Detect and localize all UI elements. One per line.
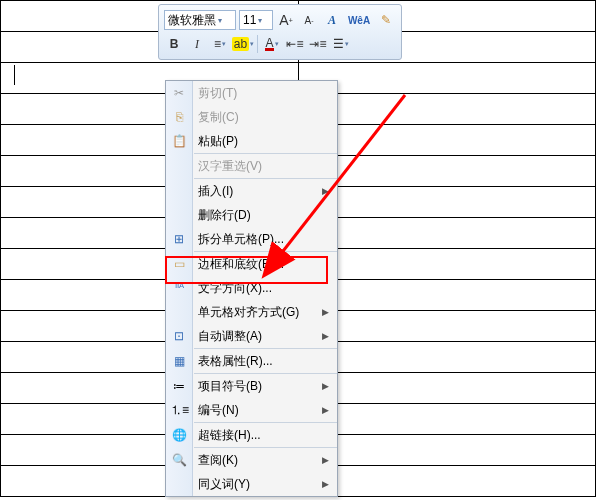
menu-hyperlink[interactable]: 🌐 超链接(H)... <box>166 423 337 447</box>
submenu-arrow-icon: ▶ <box>322 186 329 196</box>
lookup-icon: 🔍 <box>170 453 188 467</box>
menu-label: 拆分单元格(P)... <box>198 231 284 248</box>
menu-label: 单元格对齐方式(G) <box>198 304 299 321</box>
autofit-icon: ⊡ <box>170 329 188 343</box>
menu-insert[interactable]: 插入(I) ▶ <box>166 179 337 203</box>
menu-delete-row[interactable]: 删除行(D) <box>166 203 337 227</box>
menu-label: 自动调整(A) <box>198 328 262 345</box>
context-menu: ✂ 剪切(T) ⎘ 复制(C) 📋 粘贴(P) 汉字重选(V) 插入(I) ▶ … <box>165 80 338 497</box>
menu-label: 超链接(H)... <box>198 427 261 444</box>
menu-label: 同义词(Y) <box>198 476 250 493</box>
menu-autofit[interactable]: ⊡ 自动调整(A) ▶ <box>166 324 337 348</box>
cut-icon: ✂ <box>170 86 188 100</box>
shrink-font-button[interactable]: A- <box>299 10 319 30</box>
text-direction-icon: ᴵᴵᴬ <box>170 281 188 295</box>
list-button[interactable]: ☰ <box>331 34 351 54</box>
font-color-button[interactable]: A <box>262 34 282 54</box>
menu-label: 编号(N) <box>198 402 239 419</box>
menu-paste[interactable]: 📋 粘贴(P) <box>166 129 337 153</box>
menu-label: 文字方向(X)... <box>198 280 272 297</box>
paste-icon: 📋 <box>170 134 188 148</box>
menu-text-direction[interactable]: ᴵᴵᴬ 文字方向(X)... <box>166 276 337 300</box>
table-prop-icon: ▦ <box>170 354 188 368</box>
menu-label: 剪切(T) <box>198 85 237 102</box>
grow-font-button[interactable]: A+ <box>276 10 296 30</box>
mini-toolbar: 微软雅黑 ▾ 11 ▾ A+ A- A WêA ✎ B I ≡ ab A ⇤≡ … <box>158 4 402 60</box>
menu-label: 汉字重选(V) <box>198 158 262 175</box>
submenu-arrow-icon: ▶ <box>322 455 329 465</box>
submenu-arrow-icon: ▶ <box>322 381 329 391</box>
border-icon: ▭ <box>170 257 188 271</box>
menu-cell-align[interactable]: 单元格对齐方式(G) ▶ <box>166 300 337 324</box>
font-size-value: 11 <box>243 13 256 27</box>
menu-label: 插入(I) <box>198 183 233 200</box>
highlight-button[interactable]: ab <box>233 34 253 54</box>
menu-label: 删除行(D) <box>198 207 251 224</box>
font-size-select[interactable]: 11 ▾ <box>239 10 273 30</box>
menu-lookup[interactable]: 🔍 查阅(K) ▶ <box>166 448 337 472</box>
indent-decrease-button[interactable]: ⇤≡ <box>285 34 305 54</box>
split-cell-icon: ⊞ <box>170 232 188 246</box>
menu-split-cell[interactable]: ⊞ 拆分单元格(P)... <box>166 227 337 251</box>
menu-label: 查阅(K) <box>198 452 238 469</box>
menu-bullets[interactable]: ≔ 项目符号(B) ▶ <box>166 374 337 398</box>
chevron-down-icon: ▾ <box>258 16 262 25</box>
indent-inc-icon: ⇥≡ <box>309 37 326 51</box>
menu-label: 复制(C) <box>198 109 239 126</box>
format-painter-button[interactable]: ✎ <box>376 10 396 30</box>
menu-table-properties[interactable]: ▦ 表格属性(R)... <box>166 349 337 373</box>
font-family-select[interactable]: 微软雅黑 ▾ <box>164 10 236 30</box>
menu-copy: ⎘ 复制(C) <box>166 105 337 129</box>
menu-synonym[interactable]: 同义词(Y) ▶ <box>166 472 337 496</box>
menu-cut: ✂ 剪切(T) <box>166 81 337 105</box>
italic-button[interactable]: I <box>187 34 207 54</box>
bullets-icon: ≔ <box>170 379 188 393</box>
align-button[interactable]: ≡ <box>210 34 230 54</box>
copy-icon: ⎘ <box>170 110 188 124</box>
separator <box>257 35 258 53</box>
menu-label: 粘贴(P) <box>198 133 238 150</box>
indent-increase-button[interactable]: ⇥≡ <box>308 34 328 54</box>
numbering-icon: ⒈≡ <box>170 402 188 419</box>
menu-hanzi: 汉字重选(V) <box>166 154 337 178</box>
font-family-value: 微软雅黑 <box>168 12 216 29</box>
chevron-down-icon: ▾ <box>218 16 222 25</box>
menu-numbering[interactable]: ⒈≡ 编号(N) ▶ <box>166 398 337 422</box>
text-cursor <box>14 65 15 85</box>
indent-dec-icon: ⇤≡ <box>286 37 303 51</box>
submenu-arrow-icon: ▶ <box>322 307 329 317</box>
submenu-arrow-icon: ▶ <box>322 331 329 341</box>
menu-label: 边框和底纹(B)... <box>198 256 284 273</box>
submenu-arrow-icon: ▶ <box>322 479 329 489</box>
menu-label: 表格属性(R)... <box>198 353 273 370</box>
submenu-arrow-icon: ▶ <box>322 405 329 415</box>
font-style-button[interactable]: A <box>322 10 342 30</box>
hyperlink-icon: 🌐 <box>170 428 188 442</box>
menu-border-shading[interactable]: ▭ 边框和底纹(B)... <box>166 252 337 276</box>
bold-button[interactable]: B <box>164 34 184 54</box>
menu-label: 项目符号(B) <box>198 378 262 395</box>
wordart-button[interactable]: WêA <box>345 10 373 30</box>
list-icon: ☰ <box>333 37 344 51</box>
